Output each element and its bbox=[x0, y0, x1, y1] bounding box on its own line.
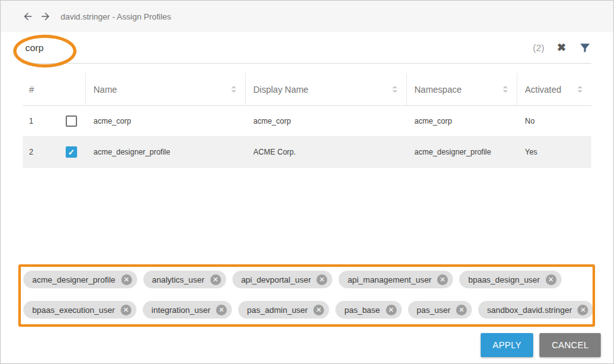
filter-icon[interactable] bbox=[579, 42, 591, 54]
search-input[interactable] bbox=[23, 42, 533, 53]
index-cell: 1 bbox=[23, 115, 86, 127]
column-header-namespace[interactable]: Namespace bbox=[407, 73, 517, 105]
column-header-index: # bbox=[23, 73, 86, 105]
chip-remove-icon[interactable]: ✕ bbox=[121, 305, 131, 315]
row-number: 2 bbox=[29, 148, 33, 156]
sort-icon[interactable] bbox=[392, 86, 397, 93]
table-row: 2 acme_designer_profile ACME Corp. acme_… bbox=[23, 137, 591, 168]
display-name-cell: ACME Corp. bbox=[246, 148, 407, 156]
row-checkbox[interactable] bbox=[66, 146, 77, 158]
profiles-table: # Name Display Name Namespace Activated … bbox=[23, 73, 591, 168]
profile-chip: integration_user✕ bbox=[143, 301, 232, 319]
sort-icon[interactable] bbox=[577, 86, 582, 93]
cancel-button[interactable]: CANCEL bbox=[539, 333, 601, 357]
chip-remove-icon[interactable]: ✕ bbox=[456, 305, 467, 315]
activated-cell: No bbox=[517, 117, 591, 126]
profile-chip: analytics_user✕ bbox=[143, 271, 226, 288]
chip-row: bpaas_execution_user✕ integration_user✕ … bbox=[23, 301, 593, 319]
assign-profiles-dialog: david.stringer - Assign Profiles (2) ✖ #… bbox=[0, 0, 614, 364]
activated-cell: Yes bbox=[517, 148, 591, 156]
profile-chip: api_devportal_user✕ bbox=[232, 271, 333, 288]
table-row: 1 acme_corp acme_corp acme_corp No bbox=[23, 106, 591, 137]
column-header-display-name[interactable]: Display Name bbox=[246, 73, 407, 105]
profile-chip: bpaas_design_user✕ bbox=[459, 271, 561, 288]
profile-chip: pas_admin_user✕ bbox=[238, 301, 329, 319]
profile-chip: api_management_user✕ bbox=[339, 271, 453, 288]
namespace-cell: acme_designer_profile bbox=[407, 148, 517, 156]
clear-filter-icon[interactable]: ✖ bbox=[557, 42, 566, 53]
profile-chip: pas_base✕ bbox=[335, 301, 401, 319]
chip-remove-icon[interactable]: ✕ bbox=[210, 274, 221, 285]
chip-remove-icon[interactable]: ✕ bbox=[577, 305, 588, 315]
result-count: (2) bbox=[533, 42, 544, 53]
assigned-profiles-chip-area: acme_designer_profile✕ analytics_user✕ a… bbox=[23, 271, 593, 319]
search-bar: (2) ✖ bbox=[23, 32, 591, 64]
chip-remove-icon[interactable]: ✕ bbox=[216, 305, 227, 315]
dialog-footer: APPLY CANCEL bbox=[481, 333, 601, 357]
name-cell: acme_designer_profile bbox=[86, 148, 246, 156]
row-checkbox[interactable] bbox=[66, 115, 77, 127]
apply-button[interactable]: APPLY bbox=[481, 333, 534, 357]
name-cell: acme_corp bbox=[86, 117, 246, 126]
forward-icon[interactable] bbox=[39, 10, 52, 23]
profile-chip: pas_user✕ bbox=[408, 301, 472, 319]
row-number: 1 bbox=[29, 117, 33, 126]
chip-remove-icon[interactable]: ✕ bbox=[121, 274, 132, 285]
column-header-name[interactable]: Name bbox=[86, 73, 246, 105]
column-header-activated[interactable]: Activated bbox=[517, 73, 591, 105]
chip-remove-icon[interactable]: ✕ bbox=[437, 274, 448, 285]
table-header: # Name Display Name Namespace Activated bbox=[23, 73, 591, 106]
chip-remove-icon[interactable]: ✕ bbox=[546, 274, 557, 285]
index-cell: 2 bbox=[23, 146, 86, 158]
chip-remove-icon[interactable]: ✕ bbox=[316, 274, 327, 285]
namespace-cell: acme_corp bbox=[407, 117, 517, 126]
chip-remove-icon[interactable]: ✕ bbox=[313, 305, 324, 315]
page-title: david.stringer - Assign Profiles bbox=[61, 12, 171, 21]
sort-icon[interactable] bbox=[503, 86, 508, 93]
display-name-cell: acme_corp bbox=[246, 117, 407, 126]
back-icon[interactable] bbox=[21, 10, 34, 23]
profile-chip: acme_designer_profile✕ bbox=[23, 271, 137, 288]
profile-chip: sandbox_david.stringer✕ bbox=[478, 301, 593, 319]
chip-row: acme_designer_profile✕ analytics_user✕ a… bbox=[23, 271, 593, 288]
title-bar: david.stringer - Assign Profiles bbox=[1, 1, 613, 32]
chip-remove-icon[interactable]: ✕ bbox=[386, 305, 397, 315]
profile-chip: bpaas_execution_user✕ bbox=[23, 301, 136, 319]
sort-icon[interactable] bbox=[231, 86, 236, 93]
